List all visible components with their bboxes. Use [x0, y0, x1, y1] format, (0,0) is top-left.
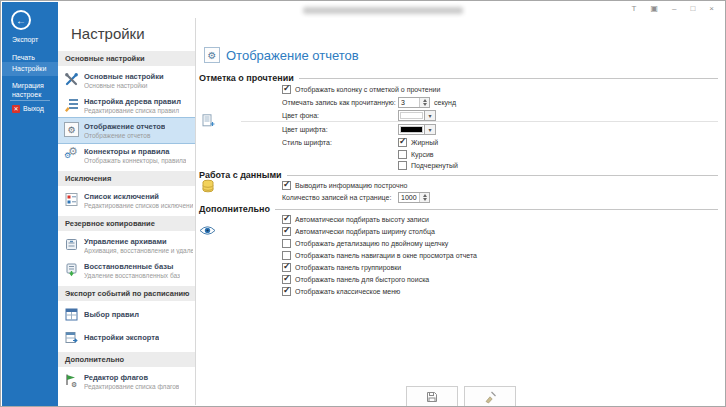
bg-color-dropdown[interactable]: ▾ [398, 110, 436, 121]
section-header-read-mark: Отметка о прочтении [199, 73, 718, 83]
font-color-label: Цвет шрифта: [282, 126, 398, 133]
document-add-icon [202, 114, 215, 127]
mark-read-spinner[interactable]: 3 [398, 97, 430, 108]
nav-item-rule-tree[interactable]: Настройка дерева правилРедактирование сп… [58, 93, 195, 118]
nav-item-basic-settings[interactable]: Основные настройкиОсновные настройки [58, 68, 195, 93]
per-line-checkbox[interactable] [282, 181, 291, 190]
checkbox-label[interactable]: Отображать детализацию по двойному щелчк… [295, 240, 448, 247]
checkbox-label[interactable]: Выводить информацию построчно [295, 182, 407, 189]
nav-panel-report-checkbox[interactable] [282, 251, 291, 260]
nav-group-header: Экспорт событий по расписанию [58, 286, 195, 301]
classic-menu-checkbox[interactable] [282, 287, 291, 296]
checkbox-label[interactable]: Автоматически подбирать ширину столбца [295, 228, 435, 235]
underline-checkbox[interactable] [398, 161, 407, 170]
records-per-page-label: Количество записей на странице: [282, 194, 398, 201]
nav-group-header: Дополнительно [58, 352, 195, 367]
sidebar-divider [10, 100, 50, 101]
flag-editor-icon: ⚙ [64, 373, 79, 388]
main-content: ⚙ Отображение отчетов Отметка о прочтени… [196, 18, 724, 405]
maximize-button[interactable]: □ [690, 4, 695, 14]
checkbox-label[interactable]: Отображать панель группировки [295, 264, 401, 271]
checkbox-label[interactable]: Отображать панель для быстрого поиска [295, 276, 429, 283]
archive-icon [64, 237, 79, 252]
nav-group-header: Основные настройки [58, 51, 195, 66]
back-icon: ← [16, 15, 26, 26]
window-title-blurred [303, 7, 463, 14]
tools-icon [64, 72, 79, 87]
titlebar-window-icon[interactable]: ▣ [650, 4, 658, 14]
close-button[interactable]: × [709, 4, 714, 14]
rules-table-icon [64, 307, 79, 322]
checkbox-label[interactable]: Жирный [411, 139, 438, 146]
clear-icon [484, 391, 497, 404]
show-read-column-checkbox[interactable] [282, 85, 291, 94]
settings-nav-pane: Настройки Основные настройки Основные на… [58, 18, 195, 405]
bg-color-label: Цвет фона: [282, 112, 398, 119]
database-icon [201, 179, 215, 194]
content-title: Отображение отчетов [226, 48, 359, 63]
checkbox-label[interactable]: Отображать панель навигации в окне просм… [295, 252, 477, 259]
font-style-label: Стиль шрифта: [282, 139, 398, 146]
sidebar-item-migration[interactable]: Миграция настроек [2, 81, 58, 99]
minimize-button[interactable]: – [672, 4, 676, 14]
gear-icon: ⚙ [64, 122, 79, 137]
sidebar-item-export[interactable]: Экспорт [2, 35, 58, 44]
titlebar: T ▣ – □ × [58, 2, 724, 18]
nav-item-archives[interactable]: Управление архивамиАрхивация, восстановл… [58, 233, 195, 258]
detail-double-click-checkbox[interactable] [282, 239, 291, 248]
report-display-icon: ⚙ [204, 47, 220, 63]
seconds-unit: секунд [434, 99, 456, 106]
font-color-dropdown[interactable]: ▾ [398, 124, 436, 135]
quick-search-panel-checkbox[interactable] [282, 275, 291, 284]
spinner-arrows[interactable] [419, 193, 429, 202]
checkbox-label[interactable]: Курсив [411, 151, 434, 158]
rule-tree-icon [64, 97, 79, 112]
connectors-icon: ⚙⚙ [64, 147, 79, 162]
eye-icon [199, 225, 216, 236]
auto-row-height-checkbox[interactable] [282, 215, 291, 224]
nav-group-header: Исключения [58, 171, 195, 186]
mark-read-label: Отмечать запись как прочитанную: [282, 99, 398, 106]
titlebar-t-icon[interactable]: T [632, 4, 637, 14]
chevron-down-icon[interactable]: ▾ [424, 111, 435, 120]
records-per-page-spinner[interactable]: 1000 [398, 192, 430, 203]
spinner-arrows[interactable] [419, 98, 429, 107]
nav-item-connectors[interactable]: ⚙⚙ Коннекторы и правилаОтображать коннек… [58, 143, 195, 168]
checkbox-label[interactable]: Отображать классическое меню [295, 288, 400, 295]
chevron-down-icon[interactable]: ▾ [424, 125, 435, 134]
restored-db-icon [64, 262, 79, 277]
nav-item-restored-databases[interactable]: Восстановленные базыУдаление восстановле… [58, 258, 195, 283]
nav-item-report-display[interactable]: ⚙ Отображение отчетовОтображение отчетов [58, 118, 195, 143]
auto-column-width-checkbox[interactable] [282, 227, 291, 236]
nav-item-export-settings[interactable]: Настройки экспорта [58, 326, 195, 349]
sidebar-item-print[interactable]: Печать [2, 53, 58, 62]
sidebar-item-settings[interactable]: Настройки [2, 62, 58, 76]
clear-button[interactable] [464, 386, 516, 407]
bold-checkbox[interactable] [398, 138, 407, 147]
checkbox-label[interactable]: Автоматически подбирать высоту записи [295, 216, 429, 223]
settings-window: T ▣ – □ × ← Экспорт Печать Настройки Миг… [0, 0, 726, 407]
export-settings-icon [64, 330, 79, 345]
section-header-additional: Дополнительно [199, 204, 718, 214]
save-icon [426, 391, 438, 403]
exit-icon: ✕ [12, 105, 20, 113]
italic-checkbox[interactable] [398, 150, 407, 159]
grouping-panel-checkbox[interactable] [282, 263, 291, 272]
section-header-data: Работа с данными [199, 170, 718, 180]
sidebar-item-exit[interactable]: ✕ Выход [2, 104, 58, 113]
nav-item-flag-editor[interactable]: ⚙ Редактор флаговРедактирование списка ф… [58, 369, 195, 394]
svg-text:⚙: ⚙ [71, 381, 77, 388]
group-separator [241, 121, 718, 122]
checkbox-label[interactable]: Подчеркнутый [411, 162, 458, 169]
exceptions-list-icon [64, 192, 79, 207]
save-button[interactable] [406, 386, 458, 407]
checkbox-label[interactable]: Отображать колонку с отметкой о прочтени… [295, 86, 440, 93]
nav-item-exceptions[interactable]: Список исключенийРедактирование списков … [58, 188, 195, 213]
nav-group-header: Резервное копирование [58, 216, 195, 231]
back-button[interactable]: ← [11, 10, 31, 30]
backstage-sidebar: ← Экспорт Печать Настройки Миграция наст… [2, 2, 58, 407]
page-title: Настройки [71, 25, 145, 42]
nav-item-rule-choice[interactable]: Выбор правил [58, 303, 195, 326]
